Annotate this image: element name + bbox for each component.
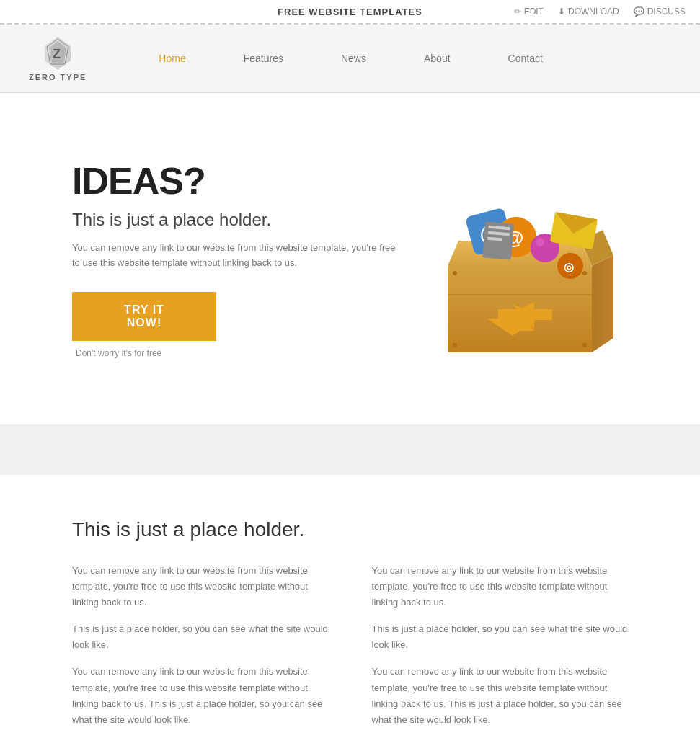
discuss-icon: 💬 [634, 6, 644, 17]
svg-point-11 [582, 343, 587, 347]
try-now-button[interactable]: TRY IT NOW! [72, 292, 216, 341]
content-col1-p2: This is just a place holder, so you can … [72, 621, 329, 653]
svg-text:Z: Z [53, 47, 61, 61]
content-col2-p3: You can remove any link to our website f… [372, 664, 629, 727]
content-col2-p2: This is just a place holder, so you can … [372, 621, 629, 653]
svg-marker-6 [592, 255, 613, 352]
content-col-left: You can remove any link to our website f… [72, 563, 329, 738]
hero-description: You can remove any link to our website f… [72, 241, 396, 271]
hero-content: IDEAS? This is just a place holder. You … [72, 159, 396, 359]
nav-features[interactable]: Features [215, 49, 312, 68]
logo-icon: Z [43, 35, 72, 71]
logo-area[interactable]: Z ZERO TYPE [29, 35, 87, 81]
hero-image: @ @ ◎ [397, 154, 628, 363]
top-bar-actions: ✏ EDIT ⬇ DOWNLOAD 💬 DISCUSS [514, 6, 686, 17]
content-col-right: You can remove any link to our website f… [372, 563, 629, 738]
top-bar: FREE WEBSITE TEMPLATES ✏ EDIT ⬇ DOWNLOAD… [0, 0, 700, 25]
hero-title: IDEAS? [72, 159, 396, 203]
discuss-label: DISCUSS [647, 6, 686, 17]
site-template-title: FREE WEBSITE TEMPLATES [278, 6, 422, 17]
content-section: This is just a place holder. You can rem… [0, 475, 700, 738]
hero-free-text: Don't worry it's for free [76, 348, 161, 358]
edit-action[interactable]: ✏ EDIT [514, 6, 544, 17]
download-label: DOWNLOAD [568, 6, 619, 17]
edit-icon: ✏ [514, 6, 521, 17]
content-title: This is just a place holder. [72, 518, 628, 541]
main-nav: Home Features News About Contact [130, 49, 671, 68]
section-spacer [0, 424, 700, 461]
download-box-illustration: @ @ ◎ [412, 154, 613, 363]
content-col2-p1: You can remove any link to our website f… [372, 563, 629, 610]
hero-section: IDEAS? This is just a place holder. You … [0, 93, 700, 424]
svg-point-21 [536, 238, 544, 246]
nav-contact[interactable]: Contact [479, 49, 572, 68]
svg-point-9 [582, 271, 587, 275]
edit-label: EDIT [524, 6, 544, 17]
nav-news[interactable]: News [312, 49, 395, 68]
content-col1-p1: You can remove any link to our website f… [72, 563, 329, 610]
nav-about[interactable]: About [395, 49, 479, 68]
logo-text: ZERO TYPE [29, 73, 87, 81]
site-header: Z ZERO TYPE Home Features News About Con… [0, 25, 700, 93]
download-icon: ⬇ [558, 6, 565, 17]
hero-subtitle: This is just a place holder. [72, 210, 396, 230]
nav-home[interactable]: Home [130, 49, 214, 68]
discuss-action[interactable]: 💬 DISCUSS [634, 6, 686, 17]
svg-point-8 [453, 271, 457, 275]
download-action[interactable]: ⬇ DOWNLOAD [558, 6, 619, 17]
content-columns: You can remove any link to our website f… [72, 563, 628, 738]
svg-text:◎: ◎ [564, 261, 574, 273]
svg-point-10 [453, 343, 457, 347]
content-col1-p3: You can remove any link to our website f… [72, 664, 329, 727]
